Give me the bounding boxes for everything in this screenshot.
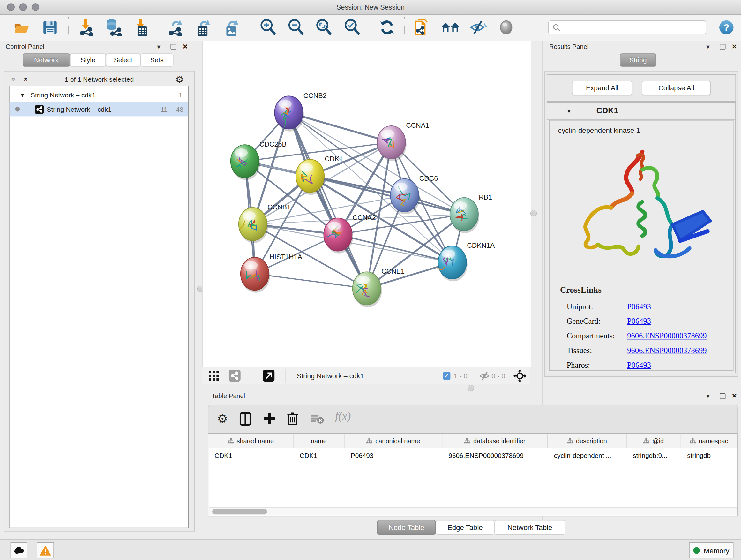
tab-edge-table[interactable]: Edge Table [435,520,494,535]
column-header-namespac[interactable]: namespac [681,434,737,448]
crosslink-link[interactable]: 9606.ENSP00000378699 [627,346,706,355]
open-in-new-window-button[interactable] [263,370,274,383]
current-network-title: String Network – cdk1 [297,372,364,380]
control-panel-maximize-icon[interactable] [171,44,177,50]
help-button[interactable]: ? [719,20,733,35]
column-header-description[interactable]: description [548,434,626,448]
node-CCNA1[interactable]: CCNA1 [377,122,429,161]
cloud-status-button[interactable] [10,543,27,558]
network-options-gear-icon[interactable]: ⚙ [175,75,184,84]
delete-column-button[interactable] [287,411,298,427]
tab-sets[interactable]: Sets [140,53,174,66]
export-image-button[interactable] [221,17,242,38]
column-header-@id[interactable]: @id [627,434,681,448]
table-options-gear-icon[interactable]: ⚙ [217,413,228,425]
zoom-in-button[interactable] [258,17,278,38]
share-gray-icon [229,370,241,381]
right-splitter-handle[interactable] [530,210,537,217]
export-table-button[interactable] [193,17,213,38]
zoom-out-button[interactable] [286,17,307,38]
collapse-all-button[interactable]: Collapse All [642,81,711,95]
hide-selected-button[interactable] [468,17,488,38]
memory-label: Memory [704,546,729,554]
column-header-name[interactable]: name [293,434,345,448]
save-session-button[interactable] [40,17,60,38]
column-header-shared-name[interactable]: shared name [208,434,293,448]
node-CCNB2[interactable]: CCNB2 [274,92,327,132]
function-builder-icon[interactable]: f(x) [335,410,351,423]
network-share-icon [35,105,44,114]
tab-style[interactable]: Style [70,53,106,66]
network-overview-toggle[interactable] [229,370,241,383]
control-panel-close-icon[interactable]: ✕ [183,43,188,50]
tab-select[interactable]: Select [106,53,140,66]
results-panel-close-icon[interactable]: ✕ [732,43,737,50]
protein-structure-image [563,141,719,278]
tab-network[interactable]: Network [23,53,70,66]
node-label-HIST1H1A: HIST1H1A [269,253,302,261]
gene-card-header[interactable]: ▼ CDK1 [547,103,735,120]
scrollbar-thumb[interactable] [212,509,267,515]
gray-orb-icon [498,19,514,36]
import-table-button[interactable] [131,17,152,38]
table-panel-float-icon[interactable]: ▼ [705,393,711,400]
crosslink-link[interactable]: P06493 [627,361,651,370]
application-window: Session: New Session [0,0,741,560]
collection-expand-icon[interactable]: ▼ [20,92,25,98]
column-label: canonical name [375,437,420,444]
warnings-button[interactable] [37,543,54,558]
results-panel-float-icon[interactable]: ▼ [705,44,711,50]
clear-table-button[interactable] [311,415,325,426]
open-session-button[interactable] [12,17,32,38]
column-type-icon [366,438,373,444]
network-graph[interactable]: CCNB2CCNA1CDC25BCDK1CDC6RB1CCNB1CCNA2CDK… [203,41,531,367]
table-cell: cyclin-dependent ... [548,448,626,462]
home-networks-button[interactable] [440,17,461,38]
column-header-database-identifier[interactable]: database identifier [442,434,548,448]
network-collection-row[interactable]: ▼ String Network – cdk1 1 [10,88,188,102]
show-all-button[interactable] [496,17,517,38]
tab-node-table[interactable]: Node Table [377,520,436,535]
export-network-button[interactable] [165,17,186,38]
memory-button[interactable]: Memory [689,543,733,558]
network-view-canvas[interactable]: CCNB2CCNA1CDC25BCDK1CDC6RB1CCNB1CCNA2CDK… [202,41,531,367]
birdseye-view-button[interactable] [209,371,219,383]
show-columns-button[interactable] [240,412,251,427]
zoom-selected-button[interactable] [342,17,362,38]
import-network-button[interactable] [76,17,97,38]
pan-mode-button[interactable] [513,369,526,384]
node-RB1[interactable]: RB1 [450,193,492,233]
control-panel-float-icon[interactable]: ▼ [156,44,162,50]
add-column-button[interactable] [263,412,276,426]
table-horizontal-scrollbar[interactable] [209,507,737,515]
column-header-canonical-name[interactable]: canonical name [345,434,443,448]
network-row-selected[interactable]: String Network – cdk1 11 48 [10,102,188,116]
table-panel-close-icon[interactable]: ✕ [732,392,737,400]
import-network-from-database-button[interactable] [103,17,124,38]
zoom-fit-button[interactable] [313,17,334,38]
crosslink-link[interactable]: P06493 [627,317,651,326]
table-panel-maximize-icon[interactable] [720,393,726,399]
tab-network-table[interactable]: Network Table [494,520,565,535]
results-panel-maximize-icon[interactable] [720,44,726,50]
gene-collapse-icon[interactable]: ▼ [566,108,572,115]
edge-CCNB2-CCNA1[interactable] [289,112,391,142]
crosslink-link[interactable]: P06493 [627,302,651,312]
cloud-icon [13,547,24,554]
node-CCNE1[interactable]: CCNE1 [353,267,405,307]
tab-string[interactable]: String [620,53,656,66]
edge-CCNB2-CCNE1[interactable] [289,112,367,288]
node-HIST1H1A[interactable]: HIST1H1A [241,253,302,293]
window-title: Session: New Session [0,3,741,11]
node-CDKN1A[interactable]: CDKN1A [437,242,495,281]
table-row[interactable]: CDK1CDK1P064939606.ENSP00000378699cyclin… [208,448,737,462]
edge-HIST1H1A-CCNE1[interactable] [255,273,367,288]
search-input[interactable] [548,20,706,35]
expand-all-button[interactable]: Expand All [572,81,632,95]
share-document-button[interactable] [412,17,432,38]
crosslink-row: GeneCard:P06493 [567,314,728,328]
column-type-icon [690,438,696,444]
refresh-view-button[interactable] [377,17,397,38]
selected-nodes-checkbox[interactable]: ✓ [443,372,451,380]
crosslink-link[interactable]: 9606.ENSP00000378699 [627,331,706,341]
